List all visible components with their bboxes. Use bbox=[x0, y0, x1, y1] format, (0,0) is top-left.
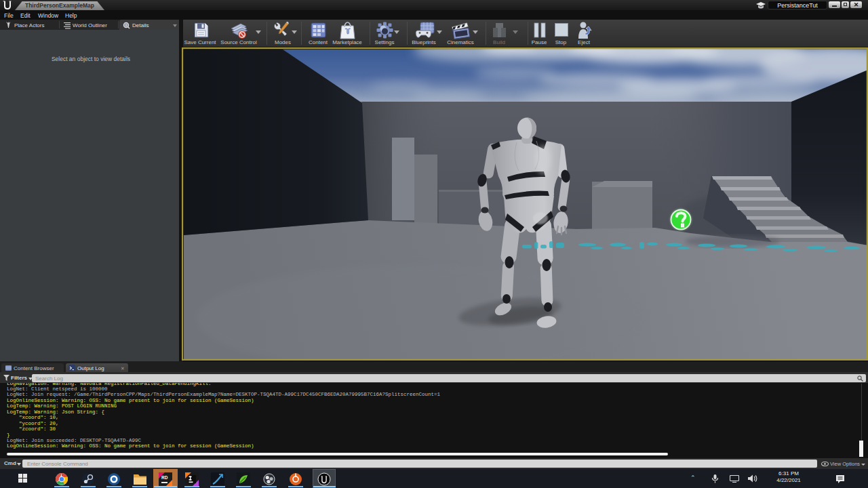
svg-text:RD: RD bbox=[161, 475, 168, 480]
